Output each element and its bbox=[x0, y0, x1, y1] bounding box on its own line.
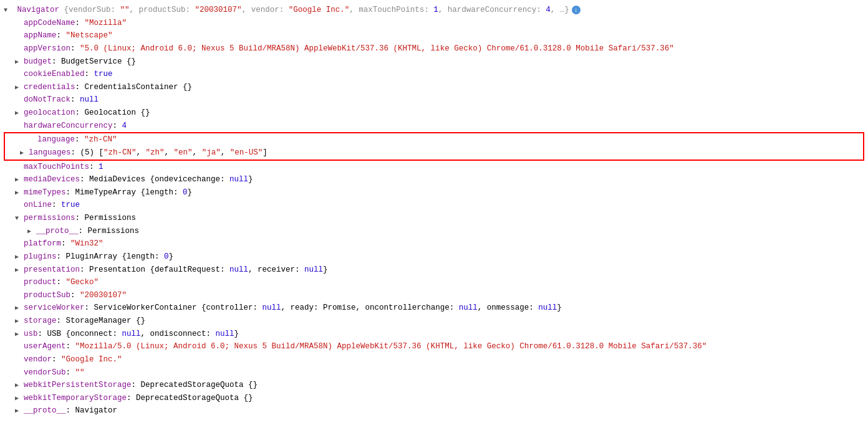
prop-serviceWorker[interactable]: ▶ serviceWorker: ServiceWorkerContainer … bbox=[0, 302, 868, 315]
prop-vendorSub: vendorSub: "" bbox=[0, 366, 868, 379]
prop-mimeTypes[interactable]: ▶ mimeTypes: MimeTypeArray {length: 0} bbox=[0, 186, 868, 199]
navigator-label: Navigator {vendorSub: "", productSub: "2… bbox=[12, 4, 569, 17]
prop-budget[interactable]: ▶ budget: BudgetService {} bbox=[0, 55, 868, 69]
expand-arrow[interactable]: ▶ bbox=[15, 406, 24, 417]
prop-permissions[interactable]: ▼ permissions: Permissions bbox=[0, 212, 868, 225]
prop-appVersion: appVersion: "5.0 (Linux; Android 6.0; Ne… bbox=[0, 42, 868, 55]
prop-permissions-proto[interactable]: ▶ __proto__: Permissions bbox=[0, 225, 868, 238]
prop-vendor: vendor: "Google Inc." bbox=[0, 353, 868, 366]
prop-appName: appName: "Netscape" bbox=[0, 29, 868, 42]
prop-appCodeName: appCodeName: "Mozilla" bbox=[0, 17, 868, 30]
collapse-arrow[interactable]: ▼ bbox=[4, 6, 12, 16]
expand-arrow[interactable]: ▶ bbox=[15, 265, 24, 276]
prop-storage[interactable]: ▶ storage: StorageManager {} bbox=[0, 315, 868, 328]
navigator-header-line[interactable]: ▼ Navigator {vendorSub: "", productSub: … bbox=[0, 4, 868, 17]
expand-arrow[interactable]: ▶ bbox=[15, 83, 24, 93]
prop-language: language: "zh-CN" bbox=[5, 133, 863, 146]
prop-mediaDevices[interactable]: ▶ mediaDevices: MediaDevices {ondevicech… bbox=[0, 173, 868, 186]
expand-arrow[interactable]: ▶ bbox=[15, 175, 24, 186]
expand-arrow[interactable]: ▶ bbox=[15, 252, 24, 263]
prop-webkitPersistentStorage[interactable]: ▶ webkitPersistentStorage: DeprecatedSto… bbox=[0, 379, 868, 392]
prop-product: product: "Gecko" bbox=[0, 276, 868, 289]
prop-cookieEnabled: cookieEnabled: true bbox=[0, 68, 868, 81]
prop-onLine: onLine: true bbox=[0, 199, 868, 212]
prop-presentation[interactable]: ▶ presentation: Presentation {defaultReq… bbox=[0, 264, 868, 277]
expand-arrow[interactable]: ▶ bbox=[15, 57, 24, 68]
prop-webkitTemporaryStorage[interactable]: ▶ webkitTemporaryStorage: DeprecatedStor… bbox=[0, 392, 868, 405]
expand-arrow[interactable]: ▶ bbox=[15, 381, 24, 391]
prop-geolocation[interactable]: ▶ geolocation: Geolocation {} bbox=[0, 107, 868, 120]
prop-hardwareConcurrency: hardwareConcurrency: 4 bbox=[0, 120, 868, 133]
devtools-console-output: ▼ Navigator {vendorSub: "", productSub: … bbox=[0, 4, 868, 417]
expand-arrow[interactable]: ▶ bbox=[15, 303, 24, 314]
expand-arrow[interactable]: ▶ bbox=[15, 330, 24, 340]
collapse-arrow[interactable]: ▼ bbox=[15, 214, 24, 224]
expand-arrow[interactable]: ▶ bbox=[15, 188, 24, 199]
prop-platform: platform: "Win32" bbox=[0, 237, 868, 250]
prop-credentials[interactable]: ▶ credentials: CredentialsContainer {} bbox=[0, 81, 868, 94]
prop-proto[interactable]: ▶ __proto__: Navigator bbox=[0, 404, 868, 417]
expand-arrow[interactable]: ▶ bbox=[15, 394, 24, 404]
expand-arrow[interactable]: ▶ bbox=[20, 148, 29, 159]
prop-languages[interactable]: ▶ languages: (5) ["zh-CN", "zh", "en", "… bbox=[5, 146, 863, 160]
prop-userAgent: userAgent: "Mozilla/5.0 (Linux; Android … bbox=[0, 340, 868, 353]
expand-arrow[interactable]: ▶ bbox=[15, 317, 24, 327]
prop-plugins[interactable]: ▶ plugins: PluginArray {length: 0} bbox=[0, 250, 868, 264]
prop-maxTouchPoints: maxTouchPoints: 1 bbox=[0, 161, 868, 174]
expand-arrow[interactable]: ▶ bbox=[27, 227, 36, 237]
highlight-box: language: "zh-CN" ▶ languages: (5) ["zh-… bbox=[4, 132, 864, 160]
prop-usb[interactable]: ▶ usb: USB {onconnect: null, ondisconnec… bbox=[0, 328, 868, 341]
expand-arrow[interactable]: ▶ bbox=[15, 108, 24, 119]
prop-doNotTrack: doNotTrack: null bbox=[0, 93, 868, 107]
info-icon[interactable]: i bbox=[572, 6, 581, 14]
prop-productSub: productSub: "20030107" bbox=[0, 289, 868, 302]
